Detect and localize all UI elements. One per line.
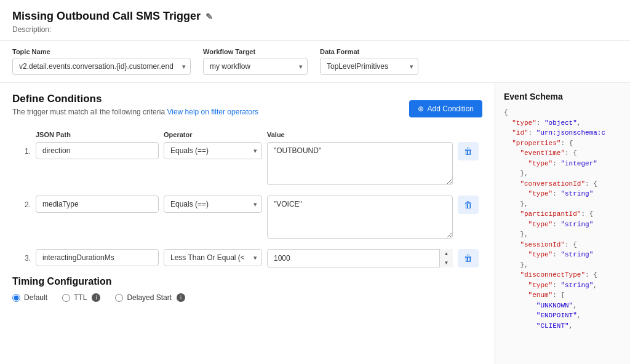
timing-title: Timing Configuration bbox=[12, 276, 482, 287]
operator-select-2[interactable]: Equals (==) bbox=[164, 196, 262, 213]
workflow-label: Workflow Target bbox=[203, 48, 308, 55]
header: Missing Outbound Call SMS Trigger ✎ Desc… bbox=[0, 0, 630, 41]
top-config: Topic Name v2.detail.events.conversation… bbox=[0, 41, 630, 83]
value-field-3: ▲ ▼ bbox=[267, 249, 453, 267]
spin-up-3[interactable]: ▲ bbox=[440, 249, 453, 258]
timing-radio-delayed-start[interactable] bbox=[115, 294, 123, 302]
json-path-field-1 bbox=[36, 142, 159, 159]
value-field-1: "OUTBOUND" bbox=[267, 142, 453, 187]
page-title-area: Missing Outbound Call SMS Trigger ✎ bbox=[12, 10, 618, 23]
condition-row-2: 2. Equals (==) "VOICE" 🗑 bbox=[12, 196, 482, 240]
timing-radio-default[interactable] bbox=[12, 294, 20, 302]
col-header-operator: Operator bbox=[164, 131, 262, 138]
operator-select-wrap-2: Equals (==) bbox=[164, 196, 262, 213]
description-label: Description: bbox=[12, 25, 618, 34]
condition-row-1: 1. Equals (==) "OUTBOUND" 🗑 bbox=[12, 142, 482, 187]
delayed-start-info-icon[interactable]: i bbox=[177, 293, 185, 302]
spin-buttons-3: ▲ ▼ bbox=[439, 249, 453, 267]
schema-code: { "type": "object", "id": "urn:jsonschem… bbox=[504, 108, 621, 331]
topic-label: Topic Name bbox=[12, 48, 191, 55]
json-path-field-2 bbox=[36, 196, 159, 213]
page: Missing Outbound Call SMS Trigger ✎ Desc… bbox=[0, 0, 630, 364]
main-area: Define Conditions The trigger must match… bbox=[0, 83, 630, 364]
operator-select-3[interactable]: Less Than Or Equal (<=) bbox=[164, 249, 262, 266]
format-select[interactable]: TopLevelPrimitives bbox=[320, 58, 418, 75]
edit-icon[interactable]: ✎ bbox=[205, 12, 213, 22]
conditions-subtitle: The trigger must match all the following… bbox=[12, 108, 258, 116]
format-field-group: Data Format TopLevelPrimitives bbox=[320, 48, 418, 75]
timing-options: Default TTL i Delayed Start i bbox=[12, 293, 482, 302]
conditions-header: Define Conditions The trigger must match… bbox=[12, 93, 482, 125]
format-select-wrapper: TopLevelPrimitives bbox=[320, 58, 418, 75]
timing-option-delayed-start[interactable]: Delayed Start i bbox=[115, 293, 185, 302]
add-condition-button[interactable]: ⊕ Add Condition bbox=[409, 100, 482, 117]
workflow-field-group: Workflow Target my workflow bbox=[203, 48, 308, 75]
delete-btn-wrap-3: 🗑 bbox=[458, 249, 482, 267]
timing-radio-ttl[interactable] bbox=[62, 294, 70, 302]
timing-option-default[interactable]: Default bbox=[12, 293, 47, 302]
format-label: Data Format bbox=[320, 48, 418, 55]
timing-option-ttl[interactable]: TTL i bbox=[62, 293, 100, 302]
json-path-input-3[interactable] bbox=[36, 249, 159, 266]
row-num-1: 1. bbox=[12, 142, 31, 156]
operator-select-1[interactable]: Equals (==) bbox=[164, 142, 262, 159]
timing-section: Timing Configuration Default TTL i Delay… bbox=[12, 276, 482, 302]
schema-title: Event Schema bbox=[504, 92, 621, 101]
spin-down-3[interactable]: ▼ bbox=[440, 258, 453, 267]
conditions-titles: Define Conditions The trigger must match… bbox=[12, 93, 258, 125]
json-path-field-3 bbox=[36, 249, 159, 266]
operator-select-wrap-1: Equals (==) bbox=[164, 142, 262, 159]
page-title: Missing Outbound Call SMS Trigger bbox=[12, 10, 201, 23]
delete-btn-wrap-2: 🗑 bbox=[458, 196, 482, 214]
delete-button-1[interactable]: 🗑 bbox=[458, 142, 479, 160]
help-link[interactable]: View help on filter operators bbox=[167, 108, 258, 116]
right-panel: Event Schema { "type": "object", "id": "… bbox=[495, 83, 630, 364]
delete-btn-wrap-1: 🗑 bbox=[458, 142, 482, 160]
left-panel: Define Conditions The trigger must match… bbox=[0, 83, 495, 364]
ttl-info-icon[interactable]: i bbox=[92, 293, 100, 302]
col-header-value: Value bbox=[267, 131, 453, 138]
row-num-3: 3. bbox=[12, 249, 31, 263]
value-textarea-2[interactable]: "VOICE" bbox=[267, 196, 453, 239]
workflow-select-wrapper: my workflow bbox=[203, 58, 308, 75]
value-number-wrap-3: ▲ ▼ bbox=[267, 249, 453, 267]
value-number-input-3[interactable] bbox=[267, 249, 453, 267]
json-path-input-2[interactable] bbox=[36, 196, 159, 213]
json-path-input-1[interactable] bbox=[36, 142, 159, 159]
plus-icon: ⊕ bbox=[418, 105, 424, 113]
conditions-section-title: Define Conditions bbox=[12, 93, 258, 105]
operator-select-wrap-3: Less Than Or Equal (<=) bbox=[164, 249, 262, 266]
col-header-json-path: JSON Path bbox=[36, 131, 159, 138]
value-textarea-1[interactable]: "OUTBOUND" bbox=[267, 142, 453, 185]
row-num-2: 2. bbox=[12, 196, 31, 209]
delete-button-2[interactable]: 🗑 bbox=[458, 196, 479, 214]
topic-field-group: Topic Name v2.detail.events.conversation… bbox=[12, 48, 191, 75]
conditions-table-header: JSON Path Operator Value bbox=[12, 131, 482, 142]
condition-row-3: 3. Less Than Or Equal (<=) ▲ ▼ bbox=[12, 249, 482, 267]
workflow-select[interactable]: my workflow bbox=[203, 58, 308, 75]
delete-button-3[interactable]: 🗑 bbox=[458, 249, 479, 267]
value-field-2: "VOICE" bbox=[267, 196, 453, 240]
topic-select[interactable]: v2.detail.events.conversation.{id}.custo… bbox=[12, 58, 191, 75]
topic-select-wrapper: v2.detail.events.conversation.{id}.custo… bbox=[12, 58, 191, 75]
